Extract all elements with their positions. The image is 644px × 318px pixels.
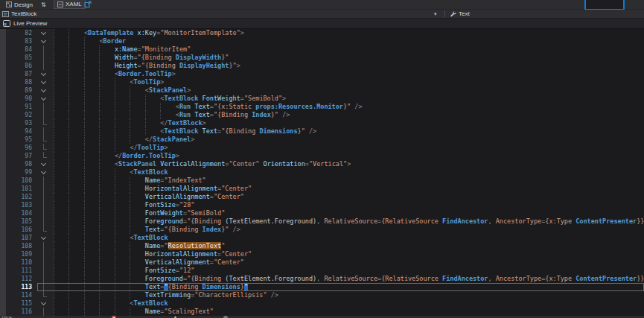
line-number[interactable]: 114 [6, 291, 34, 299]
line-number[interactable]: 88 [6, 78, 34, 86]
breakpoint-margin[interactable] [0, 226, 6, 234]
line-number[interactable]: 110 [6, 258, 34, 267]
fold-gutter[interactable] [34, 267, 54, 275]
fold-gutter[interactable] [34, 127, 54, 136]
code-line[interactable]: 106Text="{Binding Index}" /> [0, 226, 644, 234]
line-number[interactable]: 96 [6, 144, 34, 152]
code-line[interactable]: 98<StackPanel VerticalAlignment="Center"… [0, 160, 644, 168]
breakpoint-margin[interactable] [0, 45, 6, 54]
breakpoint-margin[interactable] [0, 111, 6, 119]
line-number[interactable]: 108 [6, 242, 34, 250]
breakpoint-margin[interactable] [0, 29, 6, 37]
fold-gutter[interactable] [34, 217, 54, 226]
line-number[interactable]: 90 [6, 95, 34, 103]
fold-gutter[interactable] [34, 177, 54, 185]
line-number[interactable]: 95 [6, 136, 34, 144]
breakpoint-margin[interactable] [0, 95, 6, 103]
code-line[interactable]: 99<TextBlock [0, 168, 644, 177]
line-number[interactable]: 109 [6, 250, 34, 258]
breakpoint-margin[interactable] [0, 160, 6, 168]
popout-pane-icon[interactable] [84, 1, 92, 8]
fold-gutter[interactable] [34, 275, 54, 283]
breakpoint-margin[interactable] [0, 308, 6, 316]
breadcrumb-dropdown-caret[interactable]: ▾ [434, 10, 437, 18]
line-number[interactable]: 107 [6, 234, 34, 242]
breakpoint-margin[interactable] [0, 168, 6, 177]
breakpoint-margin[interactable] [0, 70, 6, 78]
code-line[interactable]: 97</Border.ToolTip> [0, 152, 644, 160]
code-line[interactable]: 110VerticalAlignment="Center" [0, 258, 644, 267]
code-line[interactable]: 109HorizontalAlignment="Center" [0, 250, 644, 258]
line-number[interactable]: 89 [6, 86, 34, 95]
breakpoint-margin[interactable] [0, 127, 6, 136]
breadcrumb-property[interactable]: Text [450, 10, 470, 18]
breakpoint-margin[interactable] [0, 258, 6, 267]
code-line[interactable]: 87<Border.ToolTip> [0, 70, 644, 78]
line-number[interactable]: 106 [6, 226, 34, 234]
code-line[interactable]: 90<TextBlock FontWeight="SemiBold"> [0, 95, 644, 103]
line-number[interactable]: 83 [6, 37, 34, 45]
fold-collapse-icon[interactable] [34, 160, 54, 168]
fold-gutter[interactable] [34, 226, 54, 234]
code-line[interactable]: 100Name="IndexText" [0, 177, 644, 185]
breakpoint-margin[interactable] [0, 136, 6, 144]
fold-collapse-icon[interactable] [34, 299, 54, 308]
code-line[interactable]: 107<TextBlock [0, 234, 644, 242]
breakpoint-margin[interactable] [0, 62, 6, 70]
line-number[interactable]: 111 [6, 267, 34, 275]
code-line[interactable]: 88<ToolTip> [0, 78, 644, 86]
line-number[interactable]: 97 [6, 152, 34, 160]
fold-gutter[interactable] [34, 242, 54, 250]
breakpoint-margin[interactable] [0, 299, 6, 308]
breakpoint-margin[interactable] [0, 144, 6, 152]
breakpoint-margin[interactable] [0, 177, 6, 185]
line-number[interactable]: 99 [6, 168, 34, 177]
code-line[interactable]: 108Name="ResolutionText" [0, 242, 644, 250]
breakpoint-margin[interactable] [0, 267, 6, 275]
code-line[interactable]: 95</StackPanel> [0, 136, 644, 144]
code-line[interactable]: 105Foreground="{Binding (TextElement.For… [0, 217, 644, 226]
breadcrumb-element[interactable]: TextBlock [0, 10, 36, 17]
line-number[interactable]: 105 [6, 217, 34, 226]
fold-collapse-icon[interactable] [34, 70, 54, 78]
line-number[interactable]: 94 [6, 127, 34, 136]
fold-gutter[interactable] [34, 185, 54, 193]
breakpoint-margin[interactable] [0, 201, 6, 209]
fold-gutter[interactable] [34, 103, 54, 111]
fold-gutter[interactable] [34, 193, 54, 201]
focused-control-outline[interactable] [584, 0, 625, 10]
breakpoint-margin[interactable] [0, 275, 6, 283]
line-number[interactable]: 103 [6, 201, 34, 209]
breakpoint-margin[interactable] [0, 193, 6, 201]
code-line[interactable]: 94<TextBlock Text="{Binding Dimensions}"… [0, 127, 644, 136]
fold-gutter[interactable] [34, 144, 54, 152]
fold-gutter[interactable] [34, 152, 54, 160]
line-number[interactable]: 101 [6, 185, 34, 193]
fold-gutter[interactable] [34, 283, 54, 291]
code-line[interactable]: 102VerticalAlignment="Center" [0, 193, 644, 201]
code-line[interactable]: 104FontWeight="SemiBold" [0, 209, 644, 217]
breakpoint-margin[interactable] [0, 250, 6, 258]
fold-collapse-icon[interactable] [34, 78, 54, 86]
code-line[interactable]: 89<StackPanel> [0, 86, 644, 95]
fold-gutter[interactable] [34, 250, 54, 258]
code-line[interactable]: 93</TextBlock> [0, 119, 644, 127]
fold-gutter[interactable] [34, 45, 54, 54]
line-number[interactable]: 100 [6, 177, 34, 185]
code-line[interactable]: 103FontSize="28" [0, 201, 644, 209]
line-number[interactable]: 116 [6, 308, 34, 316]
breakpoint-margin[interactable] [0, 86, 6, 95]
line-number[interactable]: 84 [6, 45, 34, 54]
line-number[interactable]: 115 [6, 299, 34, 308]
breakpoint-margin[interactable] [0, 119, 6, 127]
tab-xaml[interactable]: XAML [54, 0, 86, 9]
fold-gutter[interactable] [34, 62, 54, 70]
line-number[interactable]: 98 [6, 160, 34, 168]
code-editor[interactable]: 82<DataTemplate x:Key="MonitorItemTempla… [0, 29, 644, 316]
line-number[interactable]: 93 [6, 119, 34, 127]
code-line[interactable]: 115<TextBlock [0, 299, 644, 308]
fold-gutter[interactable] [34, 201, 54, 209]
code-line[interactable]: 101HorizontalAlignment="Center" [0, 185, 644, 193]
line-number[interactable]: 87 [6, 70, 34, 78]
code-line[interactable]: 92<Run Text="{Binding Index}" /> [0, 111, 644, 119]
